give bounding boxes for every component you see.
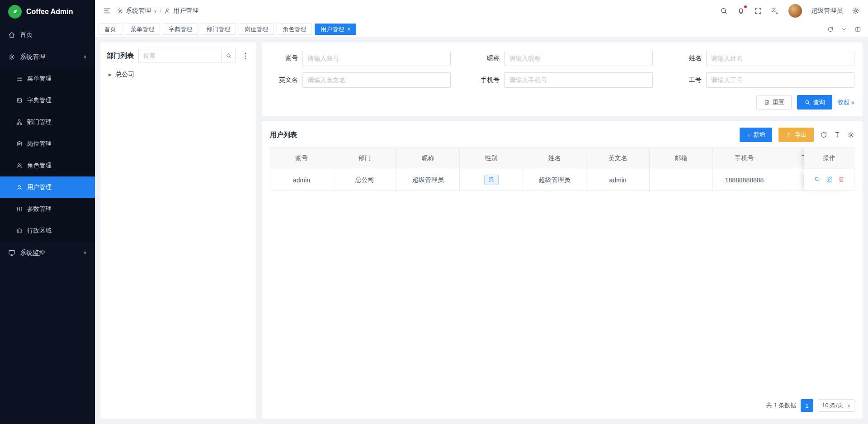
breadcrumb-level1[interactable]: 系统管理 xyxy=(126,7,151,15)
gender-tag: 男 xyxy=(484,175,499,185)
search-icon xyxy=(804,99,811,105)
name-input[interactable] xyxy=(706,51,854,66)
sidebar-item-system-monitor[interactable]: 系统监控 ∨ xyxy=(0,242,95,264)
cell-en-name: admin xyxy=(586,169,650,191)
tab-actions-chevron-down-icon[interactable] xyxy=(837,24,851,35)
account-input[interactable] xyxy=(302,51,451,66)
delete-row-icon[interactable] xyxy=(838,176,844,184)
tree-node-head-office[interactable]: ▶ 总公司 xyxy=(107,70,250,80)
sidebar-item-param-management[interactable]: 参数管理 xyxy=(0,198,95,220)
col-en-name: 英文名 xyxy=(586,148,650,169)
work-no-input[interactable] xyxy=(706,72,854,88)
home-icon xyxy=(8,31,15,38)
column-settings-icon[interactable] xyxy=(834,131,841,138)
table-gear-icon[interactable] xyxy=(847,131,854,138)
view-row-icon[interactable] xyxy=(814,176,820,184)
user-name[interactable]: 超级管理员 xyxy=(811,7,843,15)
tab-dict-management[interactable]: 字典管理 xyxy=(163,24,198,35)
page-size-select[interactable]: 10 条/页 ∨ xyxy=(818,399,854,412)
page-number-button[interactable]: 1 xyxy=(801,399,813,412)
person-icon xyxy=(16,184,23,191)
cell-phone: 18888888888 xyxy=(713,169,776,191)
refresh-icon[interactable] xyxy=(824,24,837,35)
reset-button[interactable]: 重置 xyxy=(756,95,792,110)
table-row[interactable]: admin 总公司 超级管理员 男 超级管理员 admin 1888888888… xyxy=(270,169,854,191)
department-tree: ▶ 总公司 xyxy=(107,70,250,80)
col-phone: 手机号 xyxy=(713,148,776,169)
user-avatar[interactable] xyxy=(788,4,802,18)
chevron-down-icon: ∨ xyxy=(847,403,850,408)
field-english-name: 英文名 xyxy=(270,72,451,88)
department-panel: 部门列表 ⋮ ▶ 总公司 xyxy=(100,43,256,419)
people-icon xyxy=(16,162,23,169)
cell-dept: 总公司 xyxy=(333,169,396,191)
user-table: 账号 部门 昵称 性别 姓名 英文名 邮箱 手机号 工号 生日 xyxy=(270,148,854,191)
gear-icon xyxy=(8,53,15,61)
tab-menu-management[interactable]: 菜单管理 xyxy=(125,24,160,35)
sidebar-item-dept-management[interactable]: 部门管理 xyxy=(0,111,95,133)
settings-gear-icon[interactable] xyxy=(852,7,860,15)
tab-home[interactable]: 首页 xyxy=(99,24,122,35)
person-icon xyxy=(164,8,170,14)
app-title: Coffee Admin xyxy=(26,8,73,16)
query-button[interactable]: 查询 xyxy=(797,95,832,110)
english-name-input[interactable] xyxy=(302,72,451,88)
tab-role-management[interactable]: 角色管理 xyxy=(277,24,312,35)
sidebar-item-system-management[interactable]: 系统管理 ∧ xyxy=(0,46,95,68)
table-header-row: 账号 部门 昵称 性别 姓名 英文名 邮箱 手机号 工号 生日 xyxy=(270,148,854,169)
field-nickname: 昵称 xyxy=(472,51,652,66)
collapse-form-link[interactable]: 收起 ∧ xyxy=(838,98,854,106)
col-nickname: 昵称 xyxy=(396,148,460,169)
edit-row-icon[interactable] xyxy=(826,176,832,184)
department-search-input[interactable] xyxy=(138,49,222,62)
field-account: 账号 xyxy=(270,51,451,66)
close-icon[interactable]: × xyxy=(347,27,350,32)
leaf-logo-icon xyxy=(8,5,22,19)
field-phone: 手机号 xyxy=(472,72,652,88)
cell-gender: 男 xyxy=(460,169,523,191)
export-button[interactable]: 导出 xyxy=(778,128,814,142)
main-wrap: 系统管理 ∨ / 用户管理 文A xyxy=(95,0,868,424)
monitor-icon xyxy=(8,249,15,257)
sidebar-item-user-management[interactable]: 用户管理 xyxy=(0,176,95,198)
sliders-icon xyxy=(16,206,23,212)
table-scroll-area[interactable]: 账号 部门 昵称 性别 姓名 英文名 邮箱 手机号 工号 生日 xyxy=(270,148,854,396)
sidebar-item-menu-management[interactable]: 菜单管理 xyxy=(0,68,95,90)
col-name: 姓名 xyxy=(523,148,586,169)
field-work-no: 工号 xyxy=(674,72,854,88)
table-refresh-icon[interactable] xyxy=(820,131,827,138)
gear-icon xyxy=(117,8,123,14)
trash-icon xyxy=(764,99,770,105)
phone-input[interactable] xyxy=(504,72,652,88)
notification-bell-icon[interactable] xyxy=(737,7,745,15)
col-gender: 性别 xyxy=(460,148,523,169)
nickname-input[interactable] xyxy=(504,51,652,66)
collapse-sidebar-icon[interactable] xyxy=(103,7,111,15)
tab-dept-management[interactable]: 部门管理 xyxy=(201,24,236,35)
search-icon[interactable] xyxy=(720,7,728,15)
more-options-dots-icon[interactable]: ⋮ xyxy=(241,51,250,61)
sidebar-item-region-management[interactable]: 行政区域 xyxy=(0,220,95,242)
tree-expand-arrow-icon[interactable]: ▶ xyxy=(108,72,112,77)
department-search-button[interactable] xyxy=(222,49,236,62)
tab-user-management[interactable]: 用户管理 × xyxy=(315,24,356,35)
breadcrumb-level2: 用户管理 xyxy=(173,7,198,15)
col-dept: 部门 xyxy=(333,148,396,169)
download-icon xyxy=(786,132,792,138)
sidebar-item-post-management[interactable]: 岗位管理 xyxy=(0,133,95,155)
list-icon xyxy=(16,76,23,82)
fullscreen-icon[interactable] xyxy=(754,7,762,15)
department-panel-title: 部门列表 xyxy=(107,52,134,60)
add-user-button[interactable]: + 新增 xyxy=(740,128,772,142)
cell-account: admin xyxy=(270,169,333,191)
cell-name: 超级管理员 xyxy=(523,169,586,191)
sidebar-item-dict-management[interactable]: 字典管理 xyxy=(0,90,95,111)
sidebar-item-role-management[interactable]: 角色管理 xyxy=(0,155,95,176)
tab-post-management[interactable]: 岗位管理 xyxy=(239,24,274,35)
sidebar-item-home[interactable]: 首页 xyxy=(0,24,95,46)
translate-icon[interactable]: 文A xyxy=(771,7,779,15)
bank-icon xyxy=(16,228,23,234)
layout-toggle-icon[interactable] xyxy=(851,24,864,35)
app-logo: Coffee Admin xyxy=(0,0,95,24)
sidebar: Coffee Admin 首页 系统管理 ∧ 菜单管理 字典管理 部门管理 xyxy=(0,0,95,424)
